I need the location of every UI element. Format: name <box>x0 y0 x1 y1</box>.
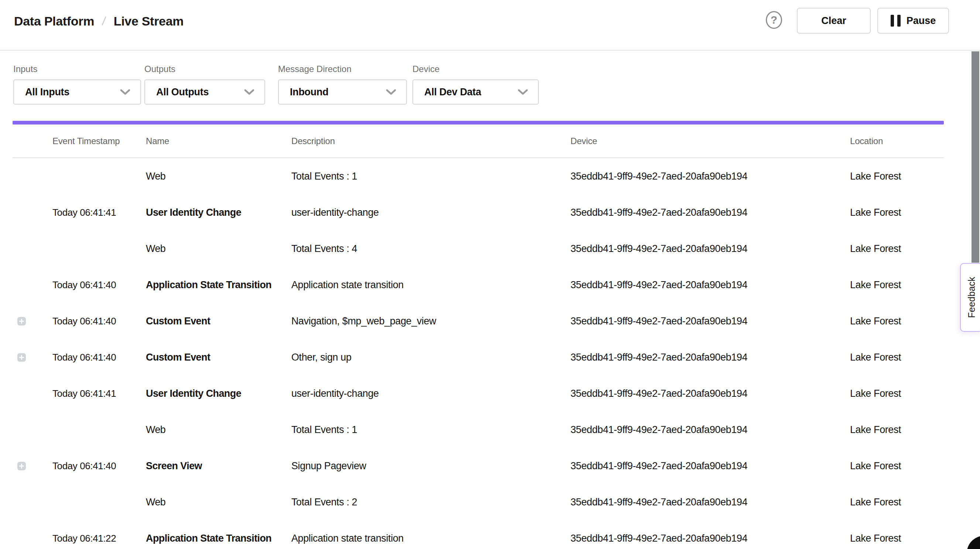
column-header-event-timestamp: Event Timestamp <box>52 136 146 146</box>
cell-location: Lake Forest <box>850 388 944 399</box>
cell-event-timestamp: Today 06:41:40 <box>52 279 146 291</box>
cell-description: Other, sign up <box>291 352 571 363</box>
expand-row-icon[interactable] <box>18 353 26 362</box>
chevron-down-icon <box>244 89 255 95</box>
cell-description: user-identity-change <box>291 207 571 219</box>
cell-name: Application State Transition <box>146 279 291 291</box>
filter-selected-value: All Dev Data <box>424 86 481 98</box>
table-row[interactable]: Web Total Events : 1 35eddb41-9ff9-49e2-… <box>13 412 944 448</box>
filter-bar: Inputs All Inputs Outputs All Outputs Me… <box>0 51 980 121</box>
cell-location: Lake Forest <box>850 496 944 508</box>
filter-dropdown[interactable]: All Dev Data <box>412 80 539 105</box>
breadcrumb-separator-icon: / <box>102 14 107 28</box>
page-title: Live Stream <box>114 14 183 29</box>
expand-row-icon[interactable] <box>18 462 26 470</box>
table-row[interactable]: Today 06:41:40 Application State Transit… <box>13 267 944 303</box>
breadcrumb-section[interactable]: Data Platform <box>14 14 94 29</box>
cell-location: Lake Forest <box>850 279 944 291</box>
cell-name: Screen View <box>146 460 291 472</box>
table-row[interactable]: Today 06:41:41 User Identity Change user… <box>13 375 944 412</box>
cell-location: Lake Forest <box>850 316 944 327</box>
cell-description: Navigation, $mp_web_page_view <box>291 316 571 327</box>
table-row[interactable]: Today 06:41:41 User Identity Change user… <box>13 194 944 231</box>
table-row[interactable]: Today 06:41:40 Screen View Signup Pagevi… <box>13 448 944 484</box>
cell-location: Lake Forest <box>850 207 944 219</box>
filter: Inputs All Inputs <box>13 64 141 105</box>
cell-description: Total Events : 1 <box>291 424 571 436</box>
cell-event-timestamp: Today 06:41:41 <box>52 388 146 399</box>
cell-description: user-identity-change <box>291 388 571 399</box>
filter-label: Device <box>412 64 539 74</box>
chevron-down-icon <box>517 89 528 95</box>
cell-description: Application state transition <box>291 533 571 544</box>
clear-button[interactable]: Clear <box>797 8 871 34</box>
breadcrumb: Data Platform / Live Stream <box>14 14 183 29</box>
cell-device: 35eddb41-9ff9-49e2-7aed-20afa90eb194 <box>571 243 850 255</box>
cell-description: Signup Pageview <box>291 460 571 472</box>
cell-name: User Identity Change <box>146 388 291 399</box>
filter-dropdown[interactable]: Inbound <box>278 80 407 105</box>
filter: Device All Dev Data <box>412 64 539 105</box>
cell-event-timestamp: Today 06:41:41 <box>52 207 146 219</box>
filter-selected-value: Inbound <box>290 86 328 98</box>
table-row[interactable]: Today 06:41:22 Application State Transit… <box>13 520 944 549</box>
table-row[interactable]: Web Total Events : 2 35eddb41-9ff9-49e2-… <box>13 484 944 520</box>
cell-description: Total Events : 2 <box>291 496 571 508</box>
cell-location: Lake Forest <box>850 243 944 255</box>
filter-dropdown[interactable]: All Inputs <box>13 80 141 105</box>
column-header-description: Description <box>291 136 571 146</box>
live-stream-table: Event Timestamp Name Description Device … <box>13 124 944 549</box>
cell-name: Web <box>146 496 291 508</box>
column-header-device: Device <box>571 136 850 146</box>
cell-device: 35eddb41-9ff9-49e2-7aed-20afa90eb194 <box>571 316 850 327</box>
cell-location: Lake Forest <box>850 460 944 472</box>
cell-description: Application state transition <box>291 279 571 291</box>
table-header-row: Event Timestamp Name Description Device … <box>13 124 944 158</box>
cell-device: 35eddb41-9ff9-49e2-7aed-20afa90eb194 <box>571 207 850 219</box>
table-row[interactable]: Web Total Events : 1 35eddb41-9ff9-49e2-… <box>13 158 944 194</box>
column-header-location: Location <box>850 136 944 146</box>
chevron-down-icon <box>385 89 396 95</box>
cell-location: Lake Forest <box>850 352 944 363</box>
cell-name: Application State Transition <box>146 533 291 544</box>
table-row[interactable]: Today 06:41:40 Custom Event Other, sign … <box>13 339 944 375</box>
clear-button-label: Clear <box>821 15 846 27</box>
cell-device: 35eddb41-9ff9-49e2-7aed-20afa90eb194 <box>571 496 850 508</box>
accent-bar <box>13 121 944 124</box>
cell-device: 35eddb41-9ff9-49e2-7aed-20afa90eb194 <box>571 388 850 399</box>
cell-name: Web <box>146 171 291 182</box>
pause-button[interactable]: Pause <box>877 8 949 34</box>
table-body: Web Total Events : 1 35eddb41-9ff9-49e2-… <box>13 158 944 549</box>
pause-button-label: Pause <box>907 15 936 27</box>
help-glyph: ? <box>771 14 777 26</box>
filter: Message Direction Inbound <box>278 64 407 105</box>
cell-event-timestamp: Today 06:41:40 <box>52 460 146 472</box>
filter-label: Inputs <box>13 64 141 74</box>
scrollbar-thumb[interactable] <box>972 51 979 263</box>
cell-location: Lake Forest <box>850 424 944 436</box>
cell-description: Total Events : 1 <box>291 171 571 182</box>
chevron-down-icon <box>119 89 131 95</box>
cell-name: User Identity Change <box>146 207 291 219</box>
feedback-tab-label: Feedback <box>966 277 977 318</box>
feedback-tab[interactable]: Feedback <box>960 263 980 332</box>
cell-device: 35eddb41-9ff9-49e2-7aed-20afa90eb194 <box>571 460 850 472</box>
cell-device: 35eddb41-9ff9-49e2-7aed-20afa90eb194 <box>571 424 850 436</box>
filter-label: Outputs <box>145 64 265 74</box>
table-row[interactable]: Today 06:41:40 Custom Event Navigation, … <box>13 303 944 339</box>
cell-name: Custom Event <box>146 316 291 327</box>
filter-selected-value: All Inputs <box>25 86 69 98</box>
cell-location: Lake Forest <box>850 533 944 544</box>
filter-dropdown[interactable]: All Outputs <box>145 80 265 105</box>
cell-name: Custom Event <box>146 352 291 363</box>
cell-description: Total Events : 4 <box>291 243 571 255</box>
cell-location: Lake Forest <box>850 171 944 182</box>
cell-device: 35eddb41-9ff9-49e2-7aed-20afa90eb194 <box>571 171 850 182</box>
pause-icon <box>891 15 900 27</box>
corner-widget-button[interactable] <box>967 536 980 549</box>
expand-row-icon[interactable] <box>18 317 26 326</box>
help-icon[interactable]: ? <box>766 11 782 29</box>
cell-device: 35eddb41-9ff9-49e2-7aed-20afa90eb194 <box>571 352 850 363</box>
table-row[interactable]: Web Total Events : 4 35eddb41-9ff9-49e2-… <box>13 231 944 267</box>
cell-device: 35eddb41-9ff9-49e2-7aed-20afa90eb194 <box>571 279 850 291</box>
